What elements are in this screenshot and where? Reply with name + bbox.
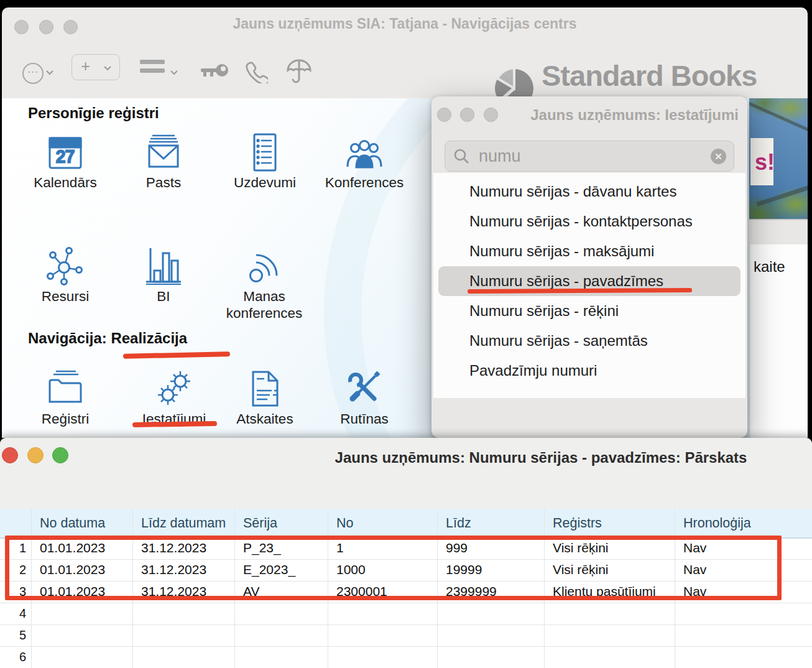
column-header: Hronoloģija — [683, 509, 751, 537]
mail-icon — [144, 132, 183, 172]
annotation-box-rows-1-2 — [5, 536, 782, 600]
window-title: Jauns uzņēmums SIA: Tatjana - Navigācija… — [2, 16, 808, 32]
partial-tab-text: kaite — [754, 258, 785, 276]
background-window-toolbar — [749, 219, 808, 246]
column-header: No datuma — [40, 509, 105, 537]
settings-item[interactable]: Numuru sērijas - rēķini — [433, 296, 745, 326]
nav-item-manas-konferences[interactable]: Manas konferences — [218, 246, 311, 322]
banner-card: s! — [750, 138, 773, 185]
settings-window: Jauns uzņēmums: Iestatījumi ✕ Numuru sēr… — [431, 96, 747, 438]
table-row[interactable]: 4 — [0, 603, 812, 625]
chevron-down-icon[interactable] — [170, 70, 178, 75]
settings-item[interactable]: Pavadzīmju numuri — [433, 356, 745, 386]
nav-item-konferences[interactable]: Konferences — [308, 132, 420, 191]
column-header: Līdz datumam — [141, 509, 226, 537]
list-menu-icon[interactable] — [140, 60, 167, 77]
nav-item-resursi[interactable]: Resursi — [9, 246, 121, 305]
settings-search-box: ✕ — [445, 141, 734, 172]
nav-item-label: Konferences — [308, 174, 420, 191]
nav-item-kalendars[interactable]: 27 Kalendārs — [9, 132, 121, 191]
settings-item[interactable]: Numuru sērijas - kontaktpersonas — [433, 206, 745, 236]
gears-icon — [154, 369, 194, 409]
key-icon[interactable] — [198, 61, 229, 82]
close-button[interactable] — [2, 447, 18, 463]
nav-window-titlebar[interactable]: Jauns uzņēmums SIA: Tatjana - Navigācija… — [2, 7, 808, 36]
nav-item-label: Reģistri — [9, 411, 121, 427]
background-window-slice: s! kaite — [749, 98, 808, 438]
nav-item-registri[interactable]: Reģistri — [9, 369, 121, 427]
settings-item[interactable]: Numuru sērijas - dāvanu kartes — [433, 177, 745, 206]
settings-item[interactable]: Numuru sērijas - maksājumi — [433, 236, 745, 266]
column-header: Sērija — [243, 509, 277, 537]
nav-item-label: Uzdevumi — [209, 174, 321, 191]
column-header: Reģistrs — [553, 509, 602, 537]
table-row[interactable]: 6 — [0, 646, 812, 668]
folder-icon — [45, 369, 85, 409]
tasks-icon — [245, 132, 285, 172]
nav-item-rutinas[interactable]: Rutīnas — [308, 369, 420, 427]
annotation-underline-realizacija — [123, 351, 230, 359]
zoom-button[interactable] — [52, 447, 68, 463]
minimize-button[interactable] — [460, 108, 474, 122]
phone-icon[interactable] — [244, 60, 268, 83]
search-icon — [453, 148, 470, 165]
nav-item-label: Kalendārs — [9, 174, 121, 191]
overview-titlebar[interactable]: Jauns uzņēmums: Numuru sērijas - pavadzī… — [0, 438, 812, 473]
nav-item-bi[interactable]: BI — [108, 246, 219, 305]
svg-text:27: 27 — [56, 147, 75, 166]
background-window-panel: kaite — [749, 244, 808, 438]
nav-item-label: Pasts — [108, 174, 219, 191]
number-series-overview-window: Jauns uzņēmums: Numuru sērijas - pavadzī… — [0, 438, 812, 668]
ellipsis-menu-icon[interactable]: ⋯ — [22, 63, 44, 84]
row-number: 6 — [0, 646, 26, 667]
umbrella-icon[interactable] — [287, 58, 311, 85]
nav-item-label: Rutīnas — [308, 411, 420, 427]
nav-item-label: BI — [108, 288, 219, 305]
nav-item-uzdevumi[interactable]: Uzdevumi — [209, 132, 321, 191]
add-button[interactable]: + — [72, 54, 120, 80]
banner-text: s! — [755, 149, 775, 175]
clear-search-icon[interactable]: ✕ — [711, 149, 726, 164]
minimize-button[interactable] — [27, 447, 44, 463]
table-header: No datuma Līdz datumam Sērija No Līdz Re… — [0, 509, 812, 539]
section-heading-personal-registers: Personīgie reģistri — [28, 104, 159, 122]
broadcast-icon — [244, 246, 284, 286]
nav-item-label: Atskaites — [209, 411, 321, 427]
table-row[interactable]: 5 — [0, 624, 812, 647]
network-icon — [45, 246, 85, 286]
window-title: Jauns uzņēmums: Iestatījumi — [530, 106, 739, 124]
report-icon — [245, 369, 285, 409]
calendar-icon: 27 — [45, 132, 85, 172]
column-header: Līdz — [446, 509, 471, 537]
chevron-down-icon — [103, 65, 112, 71]
plus-icon: + — [81, 57, 90, 76]
logo-title: Standard Books — [542, 58, 757, 93]
settings-search-input[interactable] — [478, 145, 704, 167]
nav-item-label: Manas konferences — [218, 288, 311, 322]
window-title: Jauns uzņēmums: Numuru sērijas - pavadzī… — [335, 449, 747, 466]
settings-item[interactable]: Numuru sērijas - saņemtās — [433, 326, 745, 356]
column-header: No — [336, 509, 353, 537]
nav-item-label: Resursi — [9, 288, 121, 305]
close-button[interactable] — [437, 108, 451, 122]
zoom-button[interactable] — [484, 108, 498, 122]
toolbar: ⋯ + Standard Books by exc — [2, 36, 808, 99]
web-banner-photo: s! — [749, 98, 808, 219]
settings-titlebar[interactable]: Jauns uzņēmums: Iestatījumi — [431, 96, 747, 132]
row-number: 4 — [0, 603, 26, 624]
settings-list: Numuru sērijas - dāvanu kartes Numuru sē… — [433, 173, 745, 398]
nav-item-atskaites[interactable]: Atskaites — [209, 369, 321, 427]
chevron-down-icon[interactable] — [45, 70, 54, 75]
section-heading-navigation-realization: Navigācija: Realizācija — [28, 330, 187, 347]
tools-icon — [344, 369, 384, 409]
bar-chart-icon — [144, 246, 183, 286]
people-icon — [344, 132, 384, 172]
nav-item-pasts[interactable]: Pasts — [108, 132, 219, 191]
row-number: 5 — [0, 624, 26, 646]
